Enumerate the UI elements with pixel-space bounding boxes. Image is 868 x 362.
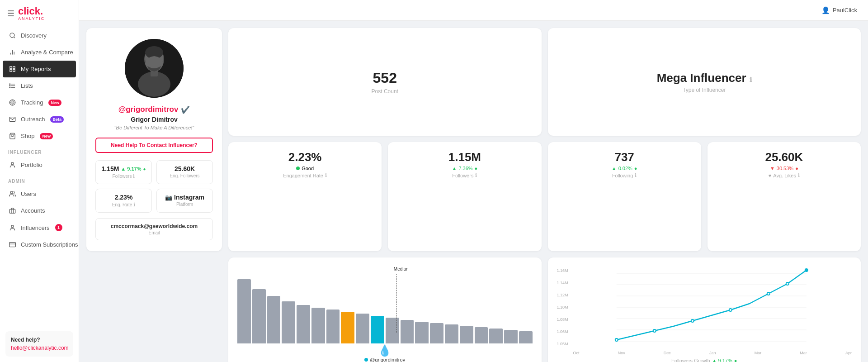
info-icon-eng: ℹ bbox=[133, 202, 135, 208]
svg-point-37 bbox=[615, 338, 618, 341]
profile-stat-eng-followers: 25.60K Eng. Followers bbox=[156, 160, 213, 184]
profile-quote: "Be Different To Make A Difference!" bbox=[114, 125, 194, 130]
sidebar-item-my-reports[interactable]: My Reports bbox=[3, 61, 76, 77]
bar-5 bbox=[297, 305, 310, 344]
shop-icon bbox=[8, 133, 16, 139]
content-grid: @grigordimitrov ✔️ Grigor Dimitrov "Be D… bbox=[79, 21, 868, 362]
bar-9 bbox=[356, 314, 369, 343]
info-icon-following: ℹ bbox=[635, 172, 637, 178]
shop-badge: New bbox=[40, 133, 53, 139]
svg-rect-20 bbox=[9, 209, 15, 213]
logo-area: ☰ click. ANALYTIC bbox=[0, 0, 79, 27]
cyan-dot bbox=[364, 358, 368, 362]
sidebar-item-tracking[interactable]: Tracking New bbox=[0, 94, 79, 111]
contact-button[interactable]: Need Help To Contact Influencer? bbox=[95, 138, 213, 153]
bar-2 bbox=[252, 289, 266, 343]
logo: click. ANALYTIC bbox=[18, 6, 45, 21]
sidebar-item-portfolio[interactable]: Portfolio bbox=[0, 157, 79, 173]
bar-12 bbox=[401, 320, 414, 344]
svg-point-40 bbox=[729, 309, 731, 311]
admin-section-label: ADMIN bbox=[0, 173, 79, 186]
sidebar-item-analyze[interactable]: Analyze & Compare bbox=[0, 44, 79, 61]
grid-icon bbox=[8, 66, 16, 72]
sidebar-item-shop[interactable]: Shop New bbox=[0, 128, 79, 144]
bar-6 bbox=[311, 308, 325, 344]
tracking-badge: New bbox=[48, 100, 61, 106]
profile-name: Grigor Dimitrov bbox=[131, 116, 177, 123]
histogram-pointer: 💧 @grigordimitrov bbox=[237, 345, 533, 362]
svg-point-12 bbox=[9, 86, 10, 86]
svg-point-15 bbox=[10, 101, 14, 105]
person-icon bbox=[8, 162, 16, 168]
bar-7 bbox=[326, 310, 340, 343]
bar-3 bbox=[267, 296, 281, 343]
bar-19 bbox=[504, 330, 518, 343]
svg-point-0 bbox=[9, 33, 14, 38]
search-icon bbox=[8, 32, 16, 39]
sidebar-item-custom-subscriptions[interactable]: Custom Subscriptions bbox=[0, 236, 79, 253]
green-dot bbox=[296, 167, 300, 170]
svg-point-16 bbox=[12, 102, 13, 103]
username-display: PaulClick bbox=[833, 7, 857, 14]
svg-point-18 bbox=[11, 162, 14, 165]
credit-card-icon bbox=[8, 241, 16, 248]
histogram-wrapper: Median bbox=[237, 267, 533, 343]
histogram-card: Median bbox=[228, 257, 542, 362]
svg-rect-6 bbox=[9, 70, 11, 71]
profile-card: @grigordimitrov ✔️ Grigor Dimitrov "Be D… bbox=[86, 28, 222, 251]
svg-point-11 bbox=[9, 84, 10, 85]
svg-rect-7 bbox=[13, 70, 14, 71]
svg-point-19 bbox=[10, 191, 13, 194]
building-icon bbox=[8, 207, 16, 214]
metric-following: 737 ▲ 0.02% ● Following ℹ bbox=[548, 142, 701, 251]
profile-username: @grigordimitrov ✔️ bbox=[118, 105, 190, 114]
profile-stat-platform: 📷 Instagram Platform bbox=[156, 189, 213, 213]
bar-13 bbox=[415, 322, 429, 343]
profile-stat-followers: 1.15M ▲ 9.17% ● Followers ℹ bbox=[95, 160, 152, 184]
sidebar-item-outreach[interactable]: Outreach Beta bbox=[0, 111, 79, 128]
info-icon-likes: ℹ bbox=[798, 172, 800, 178]
profile-stats-grid: 1.15M ▲ 9.17% ● Followers ℹ 25.60K Eng. … bbox=[95, 160, 213, 213]
bottom-charts: Median bbox=[228, 257, 861, 362]
help-box: Need help? hello@clickanalytic.com bbox=[5, 331, 73, 357]
target-icon bbox=[8, 99, 16, 106]
drop-icon: 💧 bbox=[378, 345, 392, 356]
line-chart-card: 1.16M 1.14M 1.12M 1.10M 1.08M 1.06M 1.05… bbox=[548, 257, 861, 362]
avatar bbox=[125, 39, 184, 98]
bar-orange bbox=[341, 312, 354, 344]
metric-avg-likes: 25.60K ▼ 30.53% ● ♥ Avg. Likes ℹ bbox=[708, 142, 861, 251]
line-chart-wrapper: 1.16M 1.14M 1.12M 1.10M 1.08M 1.06M 1.05… bbox=[557, 267, 852, 355]
bar-18 bbox=[489, 329, 503, 343]
sidebar-item-users[interactable]: Users bbox=[0, 186, 79, 202]
bar-1 bbox=[237, 279, 251, 344]
svg-rect-22 bbox=[9, 243, 15, 247]
svg-point-39 bbox=[691, 319, 693, 322]
line-chart-svg-wrapper bbox=[571, 267, 852, 350]
sidebar: ☰ click. ANALYTIC Discovery Analyze & Co… bbox=[0, 0, 79, 362]
top-stat-cards: 552 Post Count Mega Influencer ℹ Type of… bbox=[228, 28, 861, 136]
y-labels: 1.16M 1.14M 1.12M 1.10M 1.08M 1.06M 1.05… bbox=[557, 267, 568, 348]
instagram-icon: 📷 bbox=[165, 194, 172, 201]
svg-point-43 bbox=[804, 268, 808, 272]
sidebar-item-accounts[interactable]: Accounts bbox=[0, 202, 79, 219]
info-icon-followers: ℹ bbox=[475, 172, 477, 178]
influencer-section-label: INFLUENCER bbox=[0, 144, 79, 157]
sidebar-item-influencers[interactable]: Influencers 1 bbox=[0, 219, 79, 236]
influencers-count-badge: 1 bbox=[55, 224, 62, 231]
hamburger-icon[interactable]: ☰ bbox=[7, 9, 14, 19]
info-icon-type: ℹ bbox=[750, 76, 752, 83]
bar-15 bbox=[445, 324, 458, 343]
bar-4 bbox=[282, 301, 295, 343]
info-icon: ℹ bbox=[133, 173, 135, 179]
svg-point-38 bbox=[653, 329, 656, 332]
svg-rect-4 bbox=[9, 67, 11, 68]
influencer-type-card: Mega Influencer ℹ Type of Influencer bbox=[548, 28, 861, 136]
info-icon-er: ℹ bbox=[325, 172, 327, 178]
users-icon bbox=[8, 191, 16, 197]
sidebar-item-lists[interactable]: Lists bbox=[0, 77, 79, 94]
main-area: 👤 PaulClick bbox=[79, 0, 868, 362]
sidebar-item-discovery[interactable]: Discovery bbox=[0, 27, 79, 44]
chart-footer: Followers Growth ▲ 9.17% ● bbox=[557, 358, 852, 362]
post-count-card: 552 Post Count bbox=[228, 28, 542, 136]
histogram-bars bbox=[237, 276, 533, 343]
